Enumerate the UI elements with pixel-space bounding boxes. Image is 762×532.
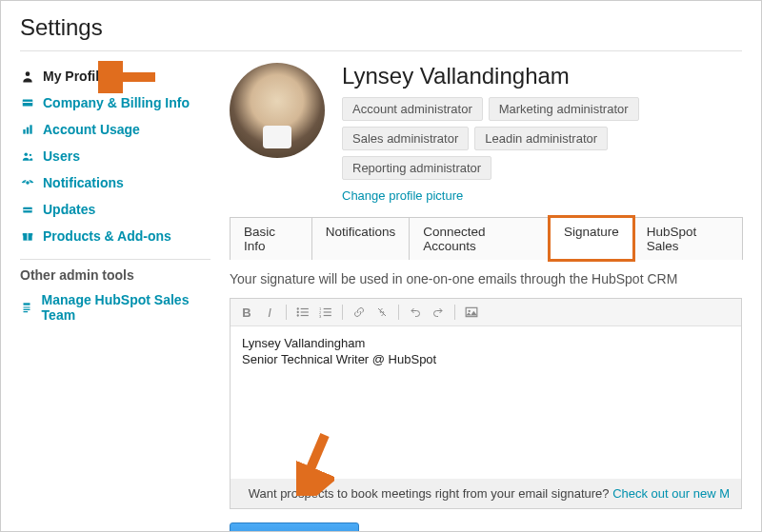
header-divider xyxy=(20,50,742,51)
ordered-list-icon[interactable]: 123 xyxy=(315,303,336,322)
group-icon xyxy=(20,149,35,163)
signature-editor: B I 123 xyxy=(230,298,742,509)
sidebar-item-manage-sales-team[interactable]: Manage HubSpot Sales Team xyxy=(20,286,211,328)
sidebar-section-header: Other admin tools xyxy=(20,267,211,283)
footer-text: Want prospects to book meetings right fr… xyxy=(249,486,612,501)
tab-hubspot-sales[interactable]: HubSpot Sales xyxy=(632,217,743,260)
svg-point-16 xyxy=(297,311,299,313)
svg-rect-18 xyxy=(301,308,309,309)
role-badge: Sales administrator xyxy=(342,127,469,150)
editor-toolbar: B I 123 xyxy=(231,299,741,326)
svg-rect-5 xyxy=(30,125,31,133)
bars-icon xyxy=(20,123,35,136)
user-icon xyxy=(20,69,35,83)
editor-footer: Want prospects to book meetings right fr… xyxy=(231,479,741,508)
sidebar-item-users[interactable]: Users xyxy=(20,143,211,169)
signature-line: Lynsey Vallandingham xyxy=(242,336,730,352)
link-icon[interactable] xyxy=(349,303,370,322)
tab-signature[interactable]: Signature xyxy=(550,217,633,260)
svg-rect-3 xyxy=(23,129,25,134)
redo-icon[interactable] xyxy=(428,303,449,322)
tab-notifications[interactable]: Notifications xyxy=(311,217,411,260)
svg-rect-24 xyxy=(324,308,331,309)
sidebar-item-label: Products & Add-ons xyxy=(43,228,171,244)
sidebar-item-label: Company & Billing Info xyxy=(43,95,190,110)
svg-rect-13 xyxy=(27,233,28,241)
footer-link[interactable]: Check out our new M xyxy=(612,486,730,501)
role-badge: Reporting administrator xyxy=(342,156,491,180)
svg-point-0 xyxy=(26,71,30,76)
signal-icon xyxy=(20,176,35,189)
change-profile-picture-link[interactable]: Change profile picture xyxy=(342,188,463,203)
svg-point-6 xyxy=(25,153,29,157)
sidebar-item-products-addons[interactable]: Products & Add-ons xyxy=(20,223,211,249)
inbox-icon xyxy=(20,203,35,216)
svg-rect-25 xyxy=(324,311,331,312)
toolbar-separator xyxy=(454,305,455,320)
toolbar-separator xyxy=(342,305,343,320)
profile-tabs: Basic Info Notifications Connected Accou… xyxy=(230,216,742,260)
svg-text:3: 3 xyxy=(319,314,322,318)
sidebar-item-account-usage[interactable]: Account Usage xyxy=(20,116,211,143)
sidebar-item-my-profile[interactable]: My Profile xyxy=(20,63,211,89)
profile-name: Lynsey Vallandingham xyxy=(342,63,742,89)
svg-rect-26 xyxy=(324,315,331,316)
svg-point-15 xyxy=(297,307,299,309)
page-title: Settings xyxy=(20,14,742,41)
svg-point-17 xyxy=(297,314,299,316)
main-content: Lynsey Vallandingham Account administrat… xyxy=(211,63,742,532)
signature-description: Your signature will be used in one-on-on… xyxy=(230,271,742,286)
svg-rect-4 xyxy=(27,128,29,134)
toolbar-separator xyxy=(398,305,399,320)
signature-textarea[interactable]: Lynsey Vallandingham Senior Technical Wr… xyxy=(231,326,741,479)
svg-rect-10 xyxy=(23,209,31,210)
role-badges: Account administrator Marketing administ… xyxy=(342,97,742,180)
toolbar-separator xyxy=(286,305,287,320)
sidebar-item-company-billing[interactable]: Company & Billing Info xyxy=(20,89,211,116)
italic-icon[interactable]: I xyxy=(259,303,280,322)
svg-point-8 xyxy=(27,182,29,184)
svg-rect-14 xyxy=(24,303,30,305)
sidebar-divider xyxy=(20,259,211,260)
signature-line: Senior Technical Writer @ HubSpot xyxy=(242,352,730,368)
unordered-list-icon[interactable] xyxy=(292,303,313,322)
profile-icon xyxy=(20,301,34,314)
role-badge: Marketing administrator xyxy=(489,97,639,121)
undo-icon[interactable] xyxy=(405,303,426,322)
tab-connected-accounts[interactable]: Connected Accounts xyxy=(409,217,551,260)
settings-sidebar: My Profile Company & Billing Info Accoun… xyxy=(20,63,211,532)
update-signature-button[interactable]: Update signature xyxy=(230,522,359,532)
svg-point-7 xyxy=(30,154,31,156)
role-badge: Leadin administrator xyxy=(474,127,608,150)
image-icon[interactable] xyxy=(461,303,482,322)
sidebar-item-label: Users xyxy=(43,148,80,164)
card-icon xyxy=(20,96,35,109)
sidebar-item-label: Updates xyxy=(43,202,95,217)
sidebar-item-label: My Profile xyxy=(43,69,107,84)
sidebar-item-label: Manage HubSpot Sales Team xyxy=(42,292,211,323)
svg-rect-2 xyxy=(23,102,33,103)
svg-rect-20 xyxy=(301,315,309,316)
svg-rect-19 xyxy=(301,311,309,312)
tab-basic-info[interactable]: Basic Info xyxy=(230,217,312,260)
role-badge: Account administrator xyxy=(342,97,483,121)
sidebar-item-label: Account Usage xyxy=(43,122,140,137)
gift-icon xyxy=(20,229,35,243)
sidebar-item-notifications[interactable]: Notifications xyxy=(20,169,211,196)
avatar xyxy=(230,63,325,158)
sidebar-item-updates[interactable]: Updates xyxy=(20,196,211,223)
sidebar-item-label: Notifications xyxy=(43,175,124,190)
svg-point-29 xyxy=(469,310,471,312)
unlink-icon[interactable] xyxy=(371,303,392,322)
bold-icon[interactable]: B xyxy=(236,303,257,322)
